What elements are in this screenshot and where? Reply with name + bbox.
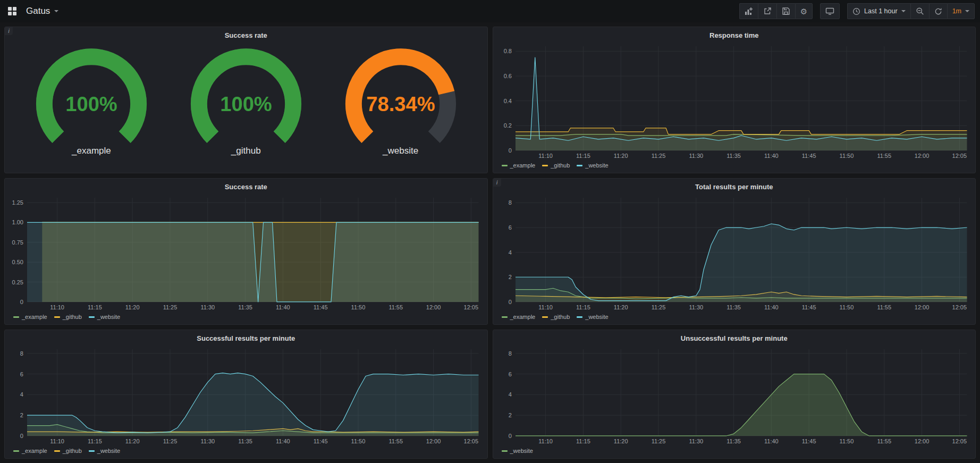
total-results-chart[interactable]: 11:1011:1511:2011:2511:3011:3511:4011:45… [496, 193, 973, 312]
svg-text:11:10: 11:10 [50, 438, 64, 444]
successful-results-chart[interactable]: 11:1011:1511:2011:2511:3011:3511:4011:45… [8, 344, 484, 446]
chart-area: 11:1011:1511:2011:2511:3011:3511:4011:45… [8, 193, 484, 312]
svg-text:11:40: 11:40 [764, 438, 779, 444]
response-time-chart[interactable]: 11:1011:1511:2011:2511:3011:3511:4011:45… [496, 41, 973, 161]
svg-text:6: 6 [508, 224, 511, 231]
legend-item-_website[interactable]: _website [577, 314, 608, 320]
svg-text:100%: 100% [65, 92, 117, 115]
svg-text:11:50: 11:50 [351, 304, 366, 310]
chart-legend: _website [496, 446, 973, 456]
svg-text:78.34%: 78.34% [366, 92, 435, 115]
caret-down-icon [901, 10, 906, 12]
legend-item-_github[interactable]: _github [54, 448, 82, 454]
svg-text:1.25: 1.25 [12, 199, 23, 206]
gauge-_website: 78.34%_website [330, 45, 472, 156]
panel-title: Success rate [225, 183, 267, 191]
panel-header[interactable]: Total results per minute [496, 180, 973, 193]
refresh-icon [934, 7, 942, 15]
navbar: Gatus [0, 0, 980, 22]
legend-series-mark [13, 450, 19, 452]
gauge-title: _github [231, 146, 261, 156]
panel-successful-results: Successful results per minute 11:1011:15… [4, 330, 488, 459]
svg-text:11:15: 11:15 [576, 153, 590, 159]
panel-header[interactable]: Success rate [8, 29, 484, 41]
panel-header[interactable]: Unsuccessful results per minute [496, 332, 973, 344]
legend-series-mark [54, 316, 60, 318]
svg-text:4: 4 [508, 391, 511, 398]
legend-series-label: _example [22, 448, 47, 454]
svg-text:11:45: 11:45 [314, 304, 328, 310]
success-rate-chart[interactable]: 11:1011:1511:2011:2511:3011:3511:4011:45… [8, 193, 484, 312]
legend-series-mark [89, 450, 95, 452]
svg-text:11:50: 11:50 [839, 153, 854, 159]
svg-text:8: 8 [508, 199, 511, 206]
svg-text:11:25: 11:25 [651, 304, 665, 310]
grafana-menu-button[interactable] [4, 4, 20, 18]
legend-series-label: _website [510, 448, 533, 454]
legend-item-_website[interactable]: _website [577, 162, 608, 169]
svg-text:12:05: 12:05 [464, 304, 479, 310]
refresh-interval-button[interactable]: 1m [947, 3, 975, 19]
time-range-button[interactable]: Last 1 hour [847, 3, 910, 19]
svg-text:11:25: 11:25 [651, 438, 665, 444]
legend-item-_website[interactable]: _website [89, 314, 120, 320]
svg-text:0: 0 [508, 147, 511, 154]
refresh-button[interactable] [929, 3, 947, 19]
svg-text:11:15: 11:15 [88, 304, 102, 310]
svg-text:11:35: 11:35 [238, 438, 252, 444]
add-panel-button[interactable] [739, 3, 758, 19]
svg-text:11:35: 11:35 [726, 438, 741, 444]
svg-text:11:55: 11:55 [877, 438, 891, 444]
save-button[interactable] [776, 3, 795, 19]
legend-series-label: _github [551, 162, 570, 169]
svg-text:11:55: 11:55 [388, 304, 403, 310]
legend-item-_website[interactable]: _website [89, 448, 120, 454]
svg-text:11:15: 11:15 [576, 438, 590, 444]
legend-item-_example[interactable]: _example [13, 314, 47, 320]
unsuccessful-results-chart[interactable]: 11:1011:1511:2011:2511:3011:3511:4011:45… [496, 344, 973, 446]
svg-text:100%: 100% [220, 92, 272, 115]
svg-text:6: 6 [508, 371, 511, 377]
legend-series-mark [577, 316, 582, 318]
svg-text:11:15: 11:15 [88, 438, 102, 444]
dashboard-title: Gatus [26, 6, 50, 16]
svg-text:6: 6 [20, 371, 23, 377]
svg-text:11:40: 11:40 [764, 304, 779, 310]
add-panel-icon [745, 7, 753, 15]
legend-item-_github[interactable]: _github [542, 162, 570, 169]
legend-item-_github[interactable]: _github [54, 314, 82, 320]
panel-header[interactable]: Response time [496, 29, 973, 41]
legend-series-mark [13, 316, 19, 318]
svg-text:11:30: 11:30 [200, 438, 215, 444]
svg-text:11:45: 11:45 [801, 304, 816, 310]
svg-text:11:15: 11:15 [576, 304, 590, 310]
share-button[interactable] [758, 3, 776, 19]
gauge-title: _example [72, 146, 111, 156]
zoom-out-button[interactable] [910, 3, 929, 19]
legend-item-_example[interactable]: _example [502, 162, 536, 169]
panel-info-icon[interactable]: i [5, 27, 13, 35]
chart-area: 11:1011:1511:2011:2511:3011:3511:4011:45… [496, 193, 973, 312]
gauge-arc: 78.34% [330, 45, 472, 149]
svg-text:0.25: 0.25 [12, 279, 23, 285]
panel-header[interactable]: Successful results per minute [8, 332, 484, 344]
svg-text:11:50: 11:50 [839, 438, 854, 444]
cycle-view-button[interactable] [820, 3, 840, 19]
svg-text:12:05: 12:05 [464, 438, 479, 444]
clock-icon [852, 7, 860, 15]
monitor-icon [825, 7, 834, 15]
panel-header[interactable]: Success rate [8, 180, 484, 193]
dashboard-grid: i Success rate 100%_example100%_github78… [0, 22, 980, 463]
legend-series-mark [542, 316, 548, 318]
dashboard-title-picker[interactable]: Gatus [26, 6, 58, 16]
svg-text:11:40: 11:40 [276, 438, 290, 444]
legend-item-_example[interactable]: _example [502, 314, 536, 320]
panel-info-icon[interactable]: i [493, 179, 501, 187]
settings-button[interactable]: ⚙ [795, 3, 813, 19]
panel-success-rate-timeseries: Success rate 11:1011:1511:2011:2511:3011… [4, 178, 488, 325]
chart-legend: _example_github_website [496, 161, 973, 170]
legend-item-_github[interactable]: _github [542, 314, 570, 320]
svg-text:0: 0 [508, 299, 511, 305]
legend-item-_website[interactable]: _website [502, 448, 533, 454]
legend-item-_example[interactable]: _example [13, 448, 47, 454]
